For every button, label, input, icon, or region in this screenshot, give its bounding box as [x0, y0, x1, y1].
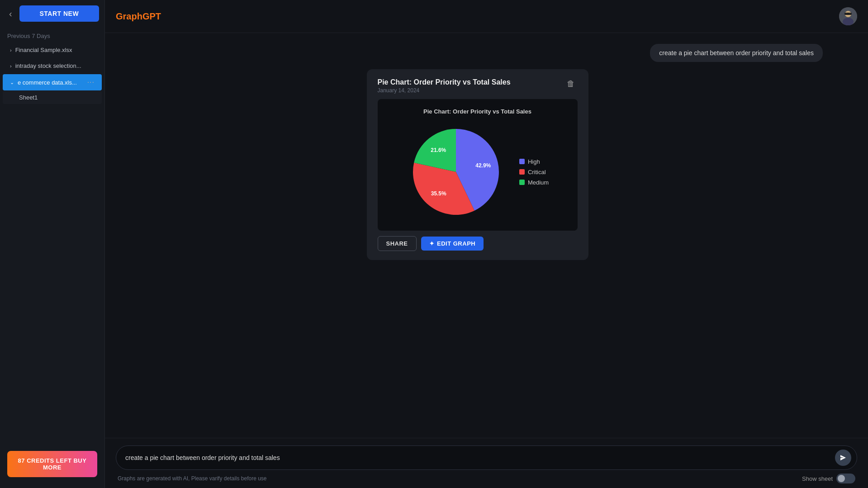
- sidebar: ‹ START NEW Previous 7 Days › Financial …: [0, 0, 105, 488]
- subitem-label: Sheet1: [19, 94, 38, 101]
- start-new-button[interactable]: START NEW: [19, 5, 99, 22]
- bottom-footer: Graphs are generated with AI, Please var…: [116, 474, 857, 483]
- avatar-image: [839, 7, 857, 25]
- chart-card: Pie Chart: Order Priority vs Total Sales…: [367, 69, 588, 260]
- chart-container: Pie Chart: Order Priority vs Total Sales…: [378, 99, 578, 231]
- show-sheet-toggle[interactable]: [836, 474, 855, 483]
- sidebar-item-label: intraday stock selection...: [15, 62, 81, 69]
- legend-label-critical: Critical: [528, 169, 546, 175]
- edit-graph-label: EDIT GRAPH: [437, 240, 475, 247]
- edit-graph-icon: ✦: [429, 240, 435, 247]
- previous-days-label: Previous 7 Days: [0, 27, 104, 42]
- chart-card-header: Pie Chart: Order Priority vs Total Sales…: [378, 78, 578, 94]
- legend-label-medium: Medium: [528, 179, 549, 186]
- legend-dot-medium: [519, 180, 525, 185]
- pie-label-critical: 35.5%: [431, 190, 446, 197]
- edit-graph-button[interactable]: ✦ EDIT GRAPH: [421, 237, 484, 251]
- footer-note: Graphs are generated with AI, Please var…: [118, 475, 267, 482]
- chart-header-text: Pie Chart: Order Priority vs Total Sales…: [378, 78, 511, 94]
- chart-title: Pie Chart: Order Priority vs Total Sales: [378, 78, 511, 86]
- send-icon: [839, 454, 847, 462]
- chevron-icon: ›: [10, 63, 12, 69]
- share-button[interactable]: SHARE: [378, 236, 417, 251]
- pie-svg: 42.9%35.5%21.6%: [406, 122, 506, 222]
- sidebar-item-ecommerce[interactable]: ⌄ e commerce data.xls... ···: [3, 74, 102, 90]
- chat-input[interactable]: [125, 454, 830, 461]
- pie-label-high: 42.9%: [475, 162, 491, 169]
- chart-legend: High Critical Medium: [519, 158, 549, 186]
- pie-chart: 42.9%35.5%21.6%: [406, 122, 506, 222]
- send-button[interactable]: [835, 450, 851, 466]
- show-sheet-label: Show sheet: [802, 475, 833, 482]
- bottom-bar: Graphs are generated with AI, Please var…: [105, 438, 868, 488]
- sidebar-item-intraday[interactable]: › intraday stock selection...: [3, 58, 102, 73]
- avatar[interactable]: [839, 7, 857, 25]
- pie-chart-area: 42.9%35.5%21.6% High Critical: [385, 122, 570, 222]
- pie-label-medium: 21.6%: [431, 147, 446, 153]
- topbar: GraphGPT: [105, 0, 868, 33]
- sidebar-item-label: e commerce data.xls...: [18, 79, 77, 86]
- show-sheet-toggle-row: Show sheet: [802, 474, 855, 483]
- chat-area: create a pie chart between order priorit…: [105, 33, 868, 438]
- input-row: [116, 445, 857, 470]
- sidebar-subitem-sheet1[interactable]: Sheet1: [3, 91, 102, 104]
- topbar-right: [839, 7, 857, 25]
- back-button[interactable]: ‹: [5, 7, 16, 21]
- legend-label-high: High: [528, 158, 540, 165]
- credits-button[interactable]: 87 CREDITS LEFT BUY MORE: [7, 451, 97, 477]
- chart-date: January 14, 2024: [378, 87, 511, 94]
- legend-dot-high: [519, 159, 525, 164]
- svg-rect-4: [849, 13, 852, 14]
- user-message-bubble: create a pie chart between order priorit…: [650, 44, 823, 62]
- chevron-icon: ›: [10, 47, 12, 53]
- delete-chart-button[interactable]: 🗑: [564, 78, 578, 90]
- more-options-icon[interactable]: ···: [87, 78, 95, 86]
- main-content: GraphGPT create a pie chart between orde…: [105, 0, 868, 488]
- legend-item-medium: Medium: [519, 179, 549, 186]
- sidebar-item-label: Financial Sample.xlsx: [15, 47, 72, 53]
- chevron-down-icon: ⌄: [10, 80, 14, 85]
- sidebar-item-financial[interactable]: › Financial Sample.xlsx: [3, 43, 102, 57]
- sidebar-header: ‹ START NEW: [0, 0, 104, 27]
- legend-item-high: High: [519, 158, 549, 165]
- chart-actions: SHARE ✦ EDIT GRAPH: [378, 236, 578, 251]
- app-title: GraphGPT: [116, 11, 161, 22]
- legend-item-critical: Critical: [519, 169, 549, 175]
- svg-rect-3: [844, 13, 848, 14]
- toggle-slider: [836, 474, 855, 483]
- user-message-text: create a pie chart between order priorit…: [659, 49, 814, 57]
- legend-dot-critical: [519, 169, 525, 175]
- chart-inner-title: Pie Chart: Order Priority vs Total Sales: [385, 108, 570, 115]
